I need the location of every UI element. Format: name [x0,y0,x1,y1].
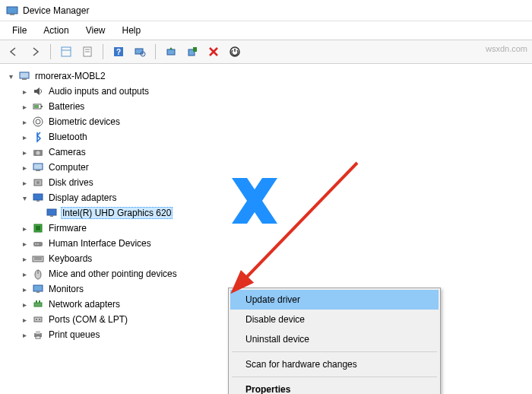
chevron-right-icon[interactable]: ▸ [20,132,29,141]
window-title: Device Manager [23,5,89,16]
menu-view[interactable]: View [78,23,113,38]
tree-node[interactable]: ▸ Biometric devices [20,114,529,129]
properties-button[interactable] [78,43,97,61]
svg-point-48 [36,319,37,320]
svg-point-27 [36,181,40,184]
chevron-right-icon[interactable]: ▸ [20,224,29,233]
chevron-right-icon[interactable]: ▸ [20,315,29,324]
tree-node-label: Monitors [47,283,85,295]
tree-node[interactable]: ▸ Bluetooth [20,129,529,145]
svg-rect-52 [36,336,40,338]
svg-rect-0 [7,7,17,14]
svg-rect-44 [34,303,42,307]
svg-rect-13 [193,47,197,52]
menu-file[interactable]: File [5,23,34,38]
device-category-icon [32,222,44,234]
update-driver-button[interactable] [162,43,180,61]
tree-node-child[interactable]: ▸ Intel(R) UHD Graphics 620 [33,205,529,221]
forward-button[interactable] [26,43,44,61]
chevron-right-icon[interactable]: ▸ [20,330,29,339]
tree-node-label: Batteries [47,100,86,113]
menu-help[interactable]: Help [115,23,149,38]
tree-node[interactable]: ▸ Mice and other pointing devices [20,266,529,281]
svg-rect-46 [39,300,40,303]
chevron-right-icon[interactable]: ▸ [20,239,29,248]
chevron-right-icon[interactable]: ▸ [20,163,29,172]
cm-scan-hardware[interactable]: Scan for hardware changes [230,354,439,374]
svg-point-21 [36,119,40,124]
watermark: wsxdn.com [486,44,527,53]
svg-rect-47 [34,317,42,322]
svg-rect-33 [36,226,40,230]
menu-action[interactable]: Action [36,23,76,38]
svg-rect-1 [10,14,14,15]
device-category-icon [32,313,44,326]
enable-button[interactable] [226,43,244,61]
svg-rect-29 [36,200,40,202]
svg-rect-19 [34,105,39,108]
help-button[interactable]: ? [109,43,128,61]
chevron-right-icon[interactable]: ▸ [20,284,29,294]
device-category-icon [32,100,44,113]
context-menu: Update driver Disable device Uninstall d… [228,288,441,394]
cm-update-driver[interactable]: Update driver [230,290,439,310]
display-adapter-icon [46,207,58,219]
device-category-icon [32,161,44,173]
svg-rect-2 [62,47,71,56]
tree-node-label: Display adapters [47,192,118,204]
tree-node-label: Keyboards [47,253,93,265]
tree-node[interactable]: ▸ Batteries [20,99,529,114]
disable-button[interactable] [204,43,223,61]
tree-node[interactable]: ▸ Audio inputs and outputs [20,84,529,99]
tree-node[interactable]: ▸ Human Interface Devices [20,236,529,251]
tree-node-label: Human Interface Devices [47,237,153,249]
svg-point-35 [35,243,36,245]
chevron-right-icon[interactable]: ▸ [20,178,29,187]
toolbar-separator [155,44,156,59]
tree-node-label: Network adapters [47,298,122,310]
svg-rect-11 [167,49,175,55]
device-category-icon [32,329,44,341]
overlay-logo [232,178,277,224]
device-category-icon [32,298,44,310]
chevron-right-icon[interactable]: ▸ [20,269,29,278]
tree-node-label: Mice and other pointing devices [47,268,179,280]
device-tree[interactable]: ▾ rmorerax-MOBL2 ▸ Audio inputs and outp… [0,64,532,394]
show-hide-tree-button[interactable] [57,43,75,61]
cm-properties[interactable]: Properties [230,380,439,394]
chevron-right-icon[interactable]: ▸ [20,117,29,126]
chevron-right-icon[interactable]: ▸ [20,87,29,96]
device-category-icon [32,116,44,128]
svg-rect-51 [36,331,40,334]
menubar: File Action View Help [0,21,532,40]
chevron-down-icon[interactable]: ▾ [20,193,29,202]
cm-uninstall-device[interactable]: Uninstall device [230,329,439,349]
chevron-right-icon[interactable]: ▸ [20,300,29,309]
tree-root[interactable]: ▾ rmorerax-MOBL2 [6,68,529,84]
svg-rect-15 [20,72,29,78]
svg-point-23 [36,151,40,155]
back-button[interactable] [5,43,23,61]
toolbar-separator [103,44,103,59]
app-icon [6,5,18,17]
chevron-right-icon[interactable]: ▸ [20,102,29,111]
svg-rect-18 [41,106,43,107]
tree-node-label: Disk drives [47,176,95,189]
device-category-icon [32,131,44,143]
chevron-down-icon[interactable]: ▾ [6,71,15,81]
svg-point-36 [37,243,39,245]
tree-node-label: Ports (COM & LPT) [47,313,129,326]
device-category-icon [32,146,44,158]
svg-rect-43 [36,291,40,293]
cm-disable-device[interactable]: Disable device [230,310,439,329]
svg-rect-28 [33,194,43,200]
tree-node[interactable]: ▸ Cameras [20,145,529,160]
tree-node[interactable]: ▸ Computer [20,160,529,175]
svg-rect-30 [47,209,56,215]
chevron-right-icon[interactable]: ▸ [20,148,29,157]
scan-button[interactable] [131,43,149,61]
tree-node[interactable]: ▸ Keyboards [20,251,529,266]
chevron-right-icon[interactable]: ▸ [20,254,29,263]
uninstall-button[interactable] [183,43,201,61]
toolbar-separator [50,44,51,59]
